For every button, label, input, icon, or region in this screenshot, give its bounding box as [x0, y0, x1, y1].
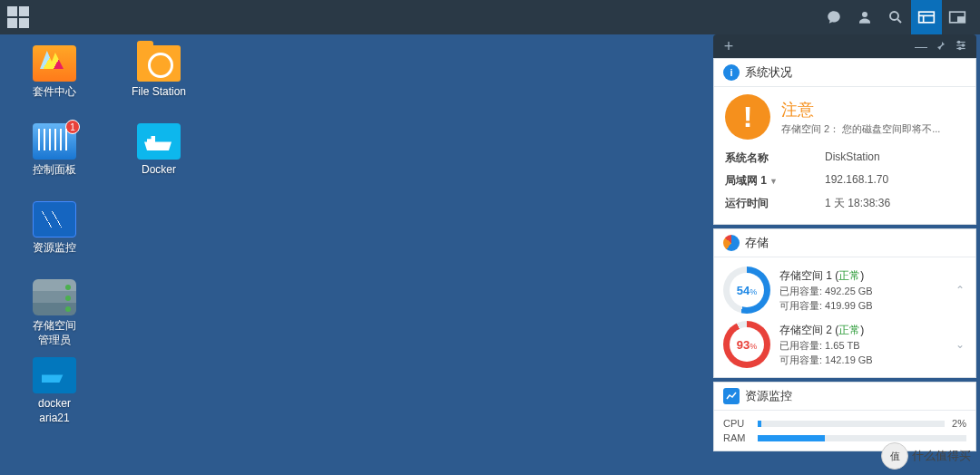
health-status-detail: 存储空间 2： 您的磁盘空间即将不... — [781, 122, 940, 136]
storage-widget: 存储 54% 存储空间 1 (正常)已用容量: 492.25 GB可用容量: 4… — [713, 228, 976, 378]
system-health-widget: i系统状况 ! 注意 存储空间 2： 您的磁盘空间即将不... 系统名称Disk… — [713, 58, 976, 225]
chevron-down-icon: ▼ — [769, 177, 778, 186]
svg-line-2 — [897, 19, 901, 23]
widgets-panel: + — i系统状况 ! 注意 存储空间 2： 您的磁盘空间即将不... 系统名称… — [713, 34, 976, 471]
desktop-icon-docker-aria2[interactable]: docker aria21 — [9, 357, 100, 435]
minimize-icon[interactable]: — — [911, 39, 931, 53]
watermark: 值什么值得买 — [881, 442, 971, 470]
main-menu-button[interactable] — [7, 6, 29, 28]
messages-icon[interactable] — [818, 0, 849, 34]
volume-row[interactable]: 93% 存储空间 2 (正常)已用容量: 1.65 TB可用容量: 142.19… — [723, 317, 966, 372]
chevron-up-icon[interactable]: ⌃ — [954, 284, 966, 296]
info-row-uptime: 运行时间1 天 18:38:36 — [725, 192, 965, 215]
svg-point-12 — [962, 44, 964, 45]
system-taskbar — [0, 0, 980, 34]
volume-row[interactable]: 54% 存储空间 1 (正常)已用容量: 492.25 GB可用容量: 419.… — [723, 263, 966, 317]
resource-monitor-widget: 资源监控 CPU2% RAM — [713, 382, 976, 451]
chart-icon — [723, 388, 740, 404]
svg-point-0 — [862, 12, 867, 17]
info-row-system-name: 系统名称DiskStation — [725, 147, 965, 170]
widgets-toggle-icon[interactable] — [911, 0, 942, 34]
user-icon[interactable] — [849, 0, 880, 34]
svg-rect-7 — [958, 17, 965, 22]
svg-point-11 — [958, 41, 960, 43]
info-row-lan[interactable]: 局域网 1▼192.168.1.70 — [725, 170, 965, 192]
svg-rect-3 — [919, 12, 935, 23]
info-icon: i — [723, 64, 740, 81]
desktop-icon-docker[interactable]: Docker — [100, 123, 218, 201]
desktop-icon-package-center[interactable]: 套件中心 — [9, 45, 100, 123]
svg-point-1 — [890, 12, 898, 20]
desktop-icon-control-panel[interactable]: 1控制面板 — [9, 123, 100, 201]
desktop-icon-storage-manager[interactable]: 存储空间 管理员 — [9, 279, 100, 357]
settings-icon[interactable] — [951, 39, 971, 54]
desktop-icon-resource-monitor[interactable]: 资源监控 — [9, 201, 100, 279]
add-widget-icon[interactable]: + — [719, 37, 739, 56]
alert-icon: ! — [725, 94, 770, 140]
widgets-header: + — — [713, 34, 976, 58]
cpu-bar: CPU2% — [723, 416, 966, 431]
chevron-down-icon[interactable]: ⌄ — [954, 338, 966, 351]
pip-icon[interactable] — [942, 0, 973, 34]
desktop-icon-file-station[interactable]: File Station — [100, 45, 218, 123]
notification-badge: 1 — [65, 120, 80, 134]
pin-icon[interactable] — [931, 39, 951, 53]
svg-point-13 — [959, 47, 961, 49]
pie-icon — [723, 235, 740, 251]
search-icon[interactable] — [880, 0, 911, 34]
health-status-title: 注意 — [781, 99, 940, 121]
